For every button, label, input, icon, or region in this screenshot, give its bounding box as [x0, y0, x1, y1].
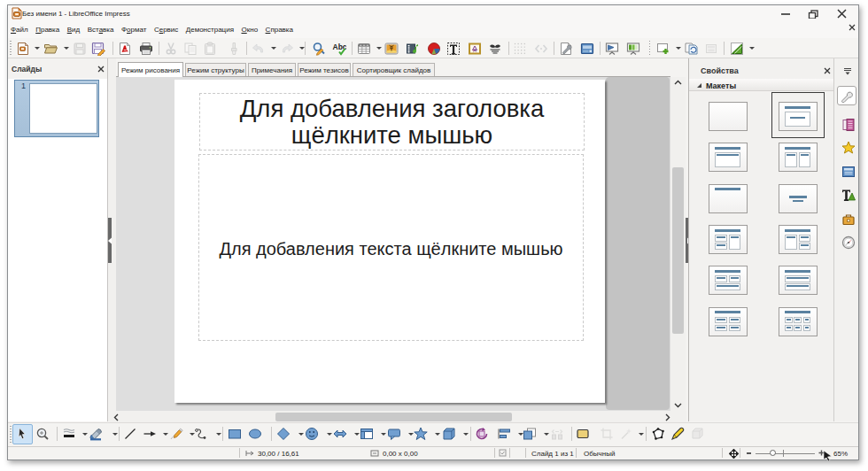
svg-text:А: А: [473, 48, 477, 53]
